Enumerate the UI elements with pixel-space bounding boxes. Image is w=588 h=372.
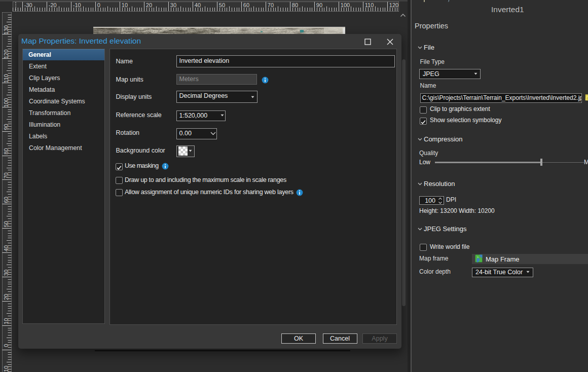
svg-text:40: 40	[3, 245, 9, 251]
svg-text:-10: -10	[73, 2, 81, 8]
svg-text:110: 110	[365, 2, 374, 8]
svg-text:80: 80	[3, 148, 9, 154]
svg-text:80: 80	[292, 2, 298, 8]
svg-text:90: 90	[316, 2, 322, 8]
svg-text:110: 110	[3, 74, 9, 83]
svg-text:120: 120	[389, 2, 398, 8]
svg-text:0: 0	[3, 344, 9, 347]
svg-text:10: 10	[3, 318, 9, 324]
svg-text:0: 0	[97, 2, 100, 8]
svg-text:40: 40	[195, 2, 201, 8]
svg-text:-20: -20	[49, 2, 57, 8]
svg-text:60: 60	[243, 2, 249, 8]
svg-text:70: 70	[3, 172, 9, 178]
svg-text:30: 30	[3, 269, 9, 275]
svg-text:70: 70	[268, 2, 274, 8]
svg-text:20: 20	[3, 293, 9, 300]
svg-text:-30: -30	[24, 2, 32, 8]
svg-text:100: 100	[341, 2, 350, 8]
svg-text:10: 10	[122, 2, 128, 8]
svg-text:130: 130	[3, 25, 9, 34]
svg-text:100: 100	[3, 98, 9, 107]
svg-text:20: 20	[146, 2, 152, 8]
svg-text:50: 50	[3, 221, 9, 227]
svg-text:120: 120	[3, 49, 9, 58]
svg-text:50: 50	[219, 2, 225, 8]
svg-text:90: 90	[3, 124, 9, 130]
svg-text:60: 60	[3, 197, 9, 203]
svg-text:-10: -10	[3, 365, 9, 372]
svg-text:30: 30	[170, 2, 176, 8]
